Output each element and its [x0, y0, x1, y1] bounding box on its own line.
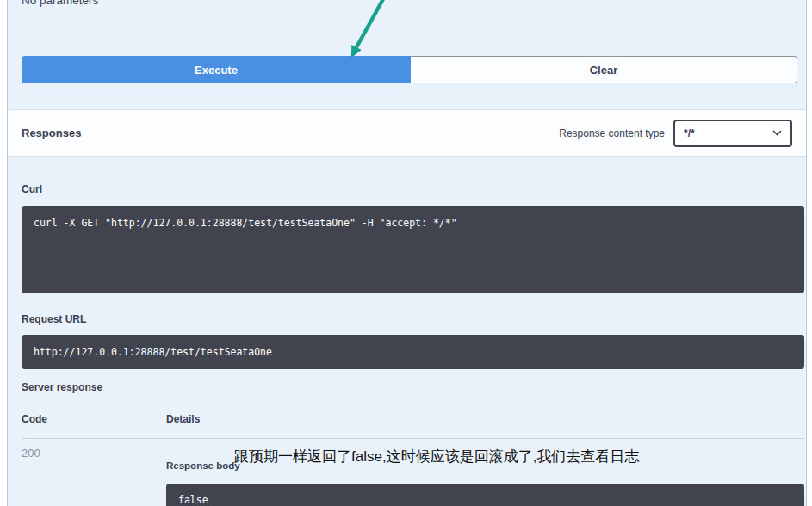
response-body-value: false	[166, 484, 804, 506]
swagger-operation-panel: No parameters Execute Clear Responses Re…	[0, 0, 812, 506]
chevron-down-icon	[772, 130, 782, 136]
response-content-type-label: Response content type	[559, 127, 665, 139]
no-parameters-label: No parameters	[22, 0, 98, 7]
request-url-value: http://127.0.0.1:28888/test/testSeataOne	[22, 335, 804, 369]
response-content-type-select[interactable]: */*	[673, 120, 792, 147]
opblock-get: No parameters Execute Clear Responses Re…	[7, 0, 807, 506]
response-status-code: 200	[22, 439, 166, 506]
responses-header: Responses Response content type */*	[8, 109, 806, 157]
overlay-annotation-text: 跟预期一样返回了false,这时候应该是回滚成了,我们去查看日志	[234, 447, 639, 466]
request-url-label: Request URL	[22, 314, 804, 325]
response-content-type-value: */*	[684, 127, 695, 139]
responses-title: Responses	[22, 126, 81, 139]
details-column-header: Details	[166, 413, 804, 425]
curl-label: Curl	[22, 184, 804, 195]
server-response-label: Server response	[22, 382, 804, 393]
response-table-header: Code Details	[22, 413, 804, 425]
curl-command[interactable]: curl -X GET "http://127.0.0.1:28888/test…	[22, 206, 804, 293]
response-content-type-group: Response content type */*	[559, 120, 792, 147]
annotation-arrow-icon	[335, 0, 412, 69]
clear-button[interactable]: Clear	[411, 56, 797, 83]
code-column-header: Code	[22, 413, 166, 425]
